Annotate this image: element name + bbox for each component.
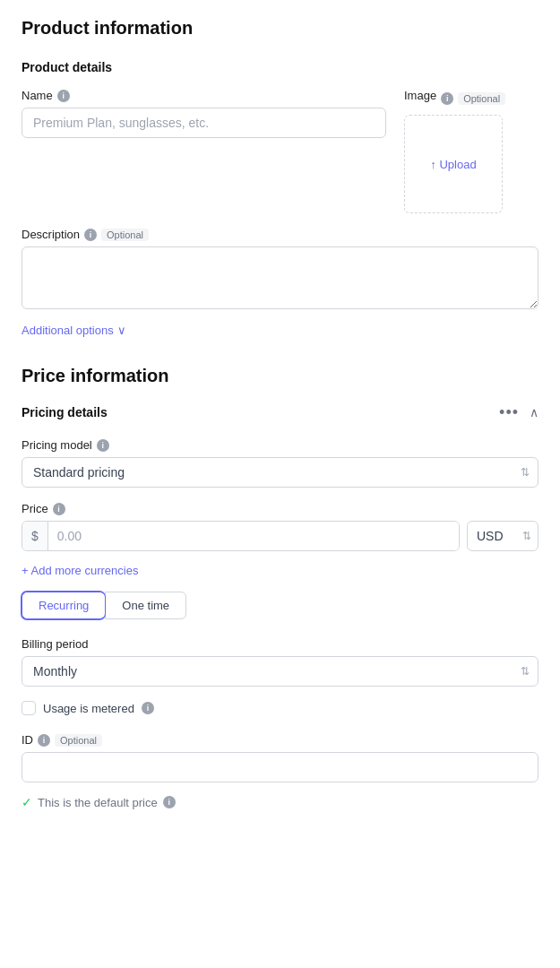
currency-select[interactable]: USD EUR GBP CAD AUD xyxy=(467,521,538,551)
pricing-details-actions: ••• ∧ xyxy=(499,404,538,420)
description-info-icon: i xyxy=(84,229,97,241)
name-group: Name i xyxy=(22,89,386,213)
check-icon: ✓ xyxy=(22,795,32,809)
description-optional-badge: Optional xyxy=(101,229,149,241)
add-currencies-link[interactable]: + Add more currencies xyxy=(22,564,138,577)
id-label: ID i Optional xyxy=(22,733,538,747)
pricing-model-label: Pricing model i xyxy=(22,438,538,452)
image-optional-badge: Optional xyxy=(458,92,505,105)
image-label-row: Image i Optional xyxy=(404,89,505,108)
currency-symbol: $ xyxy=(22,522,48,550)
price-information-title: Price information xyxy=(22,366,538,386)
billing-period-group: Billing period Daily Weekly Monthly Ever… xyxy=(22,637,538,687)
upload-text: ↑ Upload xyxy=(430,158,476,171)
image-section: Image i Optional ↑ Upload xyxy=(404,89,538,213)
default-price-info-icon: i xyxy=(163,796,176,808)
pricing-collapse-button[interactable]: ∧ xyxy=(530,405,538,419)
recurring-button[interactable]: Recurring xyxy=(22,592,105,619)
id-group: ID i Optional xyxy=(22,733,538,782)
name-image-row: Name i Image i Optional ↑ Upload xyxy=(22,89,538,213)
pricing-details-header: Pricing details ••• ∧ xyxy=(22,404,538,420)
one-time-button[interactable]: One time xyxy=(105,592,186,619)
page-title: Product information xyxy=(22,18,538,39)
recurring-toggle-group: Recurring One time xyxy=(22,592,538,619)
pricing-more-options-button[interactable]: ••• xyxy=(499,404,519,420)
additional-options-link[interactable]: Additional options ∨ xyxy=(22,324,538,337)
description-label: Description i Optional xyxy=(22,228,538,241)
usage-metered-row: Usage is metered i xyxy=(22,701,538,715)
description-group: Description i Optional xyxy=(22,228,538,309)
default-price-text: This is the default price xyxy=(38,796,158,809)
product-details-label: Product details xyxy=(22,60,538,74)
chevron-down-icon: ∨ xyxy=(117,324,126,337)
usage-metered-info-icon: i xyxy=(142,702,154,714)
pricing-model-info-icon: i xyxy=(97,439,109,452)
billing-period-label: Billing period xyxy=(22,637,538,651)
price-input-wrapper: $ xyxy=(22,521,460,551)
id-optional-badge: Optional xyxy=(55,734,102,747)
usage-metered-checkbox[interactable] xyxy=(22,701,36,715)
pricing-model-group: Pricing model i Standard pricing Package… xyxy=(22,438,538,488)
image-info-icon: i xyxy=(441,92,453,105)
pricing-details-label: Pricing details xyxy=(22,405,108,419)
pricing-model-select-wrapper: Standard pricing Package pricing Graduat… xyxy=(22,457,538,488)
usage-metered-label: Usage is metered xyxy=(43,702,134,715)
price-row: $ USD EUR GBP CAD AUD xyxy=(22,521,538,551)
name-label: Name i xyxy=(22,89,386,102)
image-upload-box[interactable]: ↑ Upload xyxy=(404,115,503,213)
billing-period-select[interactable]: Daily Weekly Monthly Every 3 months Ever… xyxy=(22,656,538,687)
image-label: Image xyxy=(404,89,436,102)
name-input[interactable] xyxy=(22,108,386,138)
pricing-model-select[interactable]: Standard pricing Package pricing Graduat… xyxy=(22,457,538,488)
price-input[interactable] xyxy=(48,522,459,550)
price-group: Price i $ USD EUR GBP CAD AUD xyxy=(22,502,538,551)
name-info-icon: i xyxy=(57,90,70,102)
price-label: Price i xyxy=(22,502,538,515)
price-info-icon: i xyxy=(53,503,65,515)
description-input[interactable] xyxy=(22,246,538,309)
id-input[interactable] xyxy=(22,752,538,782)
default-price-row: ✓ This is the default price i xyxy=(22,795,538,809)
id-info-icon: i xyxy=(38,734,50,747)
billing-period-select-wrapper: Daily Weekly Monthly Every 3 months Ever… xyxy=(22,656,538,687)
currency-select-wrapper: USD EUR GBP CAD AUD xyxy=(467,521,538,551)
